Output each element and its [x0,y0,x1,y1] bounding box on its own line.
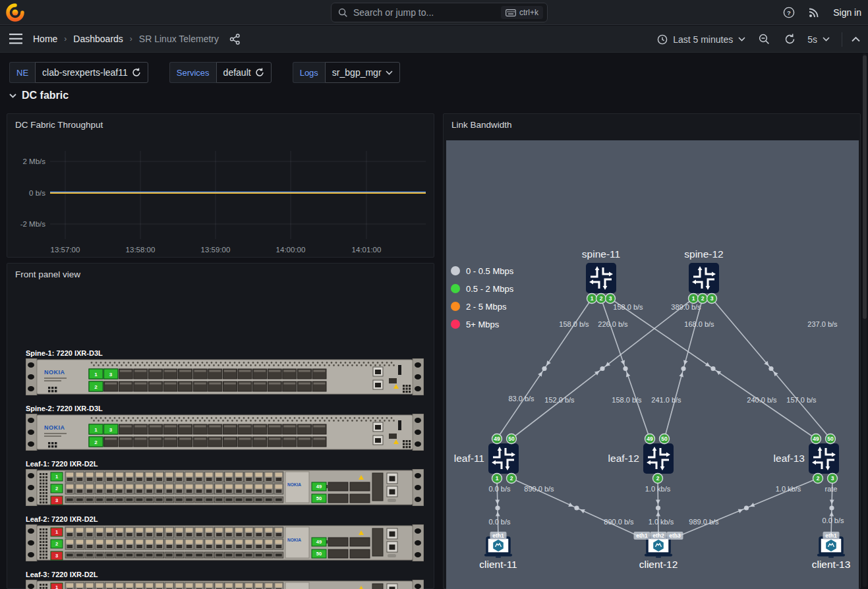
breadcrumb-separator: › [64,34,67,43]
device-image: 123NOKIA4950 [26,469,424,506]
map-node-client-13[interactable]: client-13eth1 [812,532,851,570]
node-label: client-12 [639,559,678,570]
svg-text:1: 1 [55,584,58,589]
map-node-leaf-12[interactable]: leaf-1249502 [608,434,674,484]
svg-text:2: 2 [94,384,98,390]
refresh-interval-dropdown[interactable]: 5s [805,34,832,45]
throughput-chart: 2 Mb/s0 b/s-2 Mb/s13:57:0013:58:0013:59:… [7,132,434,258]
svg-text:eth1: eth1 [636,532,648,539]
legend-swatch [451,266,460,275]
svg-text:1: 1 [692,295,695,302]
legend-swatch [451,302,460,311]
router-icon[interactable] [643,443,674,474]
svg-text:49: 49 [494,435,500,442]
map-node-leaf-13[interactable]: leaf-13495023 [774,434,839,484]
variable-services-value[interactable]: default [216,62,272,83]
link-rate-label: 241.0 b/s [651,396,681,404]
svg-text:-2 Mb/s: -2 Mb/s [20,220,46,228]
panel-dc-fabric-throughput[interactable]: DC Fabric Throughput 2 Mb/s0 b/s-2 Mb/s1… [7,113,434,258]
variable-services-label[interactable]: Services [169,62,216,83]
search-shortcut-badge: ctrl+k [501,6,543,19]
link-rate-label: 989.0 b/s [689,518,719,526]
time-range-picker[interactable]: Last 5 minutes [654,34,748,45]
link-rate-label: 226.0 b/s [598,320,628,328]
legend-label: 0 - 0.5 Mbps [466,266,514,276]
front-panel-device-3: Leaf-1: 7220 IXR-D2L123NOKIA4950 [26,460,424,509]
keyboard-icon [506,9,516,16]
search-box[interactable]: ctrl+k [331,3,548,22]
panel-link-bandwidth[interactable]: Link Bandwidth 158.0 b/s83.0 b/s226.0 b/… [443,113,861,589]
scrollbar-thumb[interactable] [863,55,867,319]
svg-text:eth2: eth2 [652,532,664,539]
front-panel-devices: Spine-1: 7220 IXR-D3LNOKIA132Spine-2: 72… [26,349,424,589]
map-node-client-11[interactable]: client-11eth1 [479,532,517,570]
svg-text:1: 1 [55,474,58,480]
news-rss-icon[interactable] [808,7,820,18]
network-map: 158.0 b/s83.0 b/s226.0 b/s158.0 b/s158.0… [446,140,859,589]
svg-text:3: 3 [710,295,714,302]
svg-text:eth1: eth1 [492,532,504,539]
panel-title[interactable]: DC Fabric Throughput [7,114,434,130]
svg-text:3: 3 [55,497,58,503]
svg-text:50: 50 [508,435,515,442]
panel-title[interactable]: Front panel view [7,264,434,279]
panel-title[interactable]: Link Bandwidth [444,114,860,130]
variable-logs-label[interactable]: Logs [293,62,325,83]
router-icon[interactable] [488,443,519,474]
section-collapse-icon [9,94,16,98]
map-node-client-12[interactable]: client-12eth1eth2eth3 [634,532,683,570]
svg-text:1: 1 [591,295,594,302]
router-icon[interactable] [586,263,616,293]
node-label: spine-12 [684,248,723,260]
clock-icon [657,34,668,45]
menu-icon[interactable] [9,34,22,44]
legend-label: 5+ Mbps [466,320,500,329]
svg-text:NOKIA: NOKIA [44,424,65,431]
svg-text:49: 49 [813,435,819,442]
search-input[interactable] [353,7,501,18]
device-label: Spine-1: 7220 IXR-D3L [26,349,424,357]
router-icon[interactable] [689,263,719,293]
svg-text:3: 3 [109,372,113,378]
grafana-logo-icon[interactable] [6,3,24,22]
link-rate-label: 890.0 b/s [524,485,554,493]
front-panel-device-4: Leaf-2: 7220 IXR-D2L123NOKIA4950 [26,515,424,564]
legend-label: 2 - 5 Mbps [466,302,507,312]
panel-front-panel-view[interactable]: Front panel view Spine-1: 7220 IXR-D3LNO… [7,263,434,589]
svg-text:2: 2 [817,475,820,482]
share-icon[interactable] [229,34,241,45]
router-icon[interactable] [809,443,839,474]
kiosk-collapse-icon[interactable] [852,36,860,42]
refresh-variable-icon [255,68,264,77]
refresh-variable-icon [132,68,141,77]
refresh-icon[interactable] [784,34,796,45]
variable-ne-label[interactable]: NE [9,62,35,83]
svg-text:2: 2 [55,486,58,491]
map-node-spine-11[interactable]: spine-11123 [582,248,620,304]
section-dc-fabric[interactable]: DC fabric [9,90,69,101]
dashboard-toolbar: Home › Dashboards › SR Linux Telemetry L… [0,26,868,53]
link-rate-label: 240.0 b/s [747,396,777,404]
svg-text:eth3: eth3 [669,532,681,539]
svg-text:2: 2 [55,541,58,547]
breadcrumb-home[interactable]: Home [33,34,57,44]
svg-text:NOKIA: NOKIA [44,369,65,376]
legend-label: 0.5 - 2 Mbps [466,284,514,294]
node-label: client-13 [812,559,851,570]
search-icon [338,8,348,18]
link-rate-label: 1.0 kb/s [776,485,801,493]
variable-ne-value[interactable]: clab-srexperts-leaf11 [35,62,148,83]
map-legend: 0 - 0.5 Mbps0.5 - 2 Mbps2 - 5 Mbps5+ Mbp… [451,266,514,329]
help-icon[interactable]: ? [783,7,795,18]
variable-logs-value[interactable]: sr_bgp_mgr [325,62,400,83]
zoom-out-time-icon[interactable] [759,34,770,45]
legend-swatch [451,284,460,293]
breadcrumb-dashboards[interactable]: Dashboards [73,34,123,44]
node-label: leaf-11 [454,453,484,464]
svg-text:eth1: eth1 [825,532,837,539]
sign-in-button[interactable]: Sign in [833,7,861,18]
map-node-spine-12[interactable]: spine-12123 [684,248,723,304]
link-rate-label: 0.0 b/s [822,517,844,524]
map-node-leaf-11[interactable]: leaf-11495012 [454,434,519,484]
link-rate-label: 158.0 b/s [559,320,589,328]
